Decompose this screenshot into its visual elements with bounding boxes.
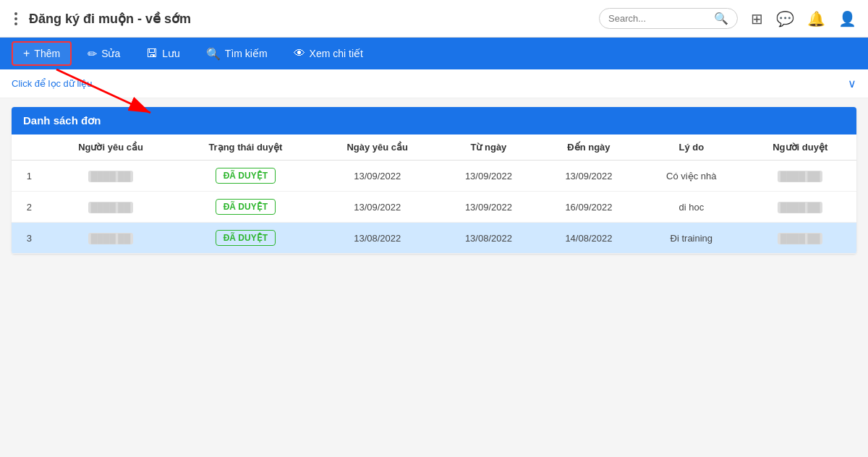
toolbar: + Thêm ✏ Sửa 🖫 Lưu 🔍 Tìm kiếm 👁 Xem chi … xyxy=(0,38,868,69)
table-row[interactable]: 2 ████ ██ ĐÃ DUYỆT 13/09/2022 13/09/2022… xyxy=(12,192,856,223)
add-label: Thêm xyxy=(34,48,60,59)
data-table: Người yêu cầu Trạng thái duyệt Ngày yêu … xyxy=(12,134,856,254)
detail-button[interactable]: 👁 Xem chi tiết xyxy=(284,43,373,64)
search-icon[interactable]: 🔍 xyxy=(714,12,728,25)
table-row[interactable]: 3 ████ ██ ĐÃ DUYỆT 13/08/2022 13/08/2022… xyxy=(12,223,856,254)
cell-from-date: 13/08/2022 xyxy=(438,223,539,254)
edit-button[interactable]: ✏ Sửa xyxy=(77,43,130,65)
cell-reason: Đi training xyxy=(639,223,744,254)
search-btn-icon: 🔍 xyxy=(206,47,221,61)
cell-approver: ████ ██ xyxy=(744,192,856,223)
cell-reason: di hoc xyxy=(639,192,744,223)
top-header: Đăng ký đi muộn - về sớm 🔍 ⊞ 💬 🔔 👤 xyxy=(0,0,868,38)
save-label: Lưu xyxy=(162,48,180,59)
cell-requester: ████ ██ xyxy=(47,223,175,254)
user-icon[interactable]: 👤 xyxy=(838,10,856,27)
table-row[interactable]: 1 ████ ██ ĐÃ DUYỆT 13/09/2022 13/09/2022… xyxy=(12,161,856,192)
cell-requester: ████ ██ xyxy=(47,192,175,223)
cell-num: 2 xyxy=(12,192,47,223)
cell-from-date: 13/09/2022 xyxy=(438,192,539,223)
cell-reason: Có việc nhà xyxy=(639,161,744,192)
cell-num: 3 xyxy=(12,223,47,254)
edit-label: Sửa xyxy=(101,48,120,59)
chat-icon[interactable]: 💬 xyxy=(776,10,794,27)
cell-to-date: 14/08/2022 xyxy=(539,223,639,254)
page-title: Đăng ký đi muộn - về sớm xyxy=(29,11,191,27)
header-right: 🔍 ⊞ 💬 🔔 👤 xyxy=(599,8,856,29)
grid-icon[interactable]: ⊞ xyxy=(751,10,763,27)
cell-approver: ████ ██ xyxy=(744,223,856,254)
bell-icon[interactable]: 🔔 xyxy=(807,10,825,27)
save-icon: 🖫 xyxy=(146,47,158,60)
cell-request-date: 13/09/2022 xyxy=(316,161,438,192)
chevron-down-icon[interactable]: ∨ xyxy=(848,77,856,90)
cell-num: 1 xyxy=(12,161,47,192)
eye-icon: 👁 xyxy=(294,47,305,60)
table-container: Danh sách đơn Người yêu cầu Trạng thái d… xyxy=(12,107,856,254)
header-left: Đăng ký đi muộn - về sớm xyxy=(12,9,599,28)
col-to-date: Đến ngày xyxy=(539,134,639,161)
menu-dots-icon[interactable] xyxy=(12,9,20,28)
edit-icon: ✏ xyxy=(88,47,97,61)
table-section-title: Danh sách đơn xyxy=(12,107,856,134)
plus-icon: + xyxy=(23,47,30,60)
search-button[interactable]: 🔍 Tìm kiếm xyxy=(196,43,278,65)
col-requester: Người yêu cầu xyxy=(47,134,175,161)
cell-to-date: 16/09/2022 xyxy=(539,192,639,223)
filter-row: Click để lọc dữ liệu ∨ xyxy=(0,69,868,98)
main-content: Danh sách đơn Người yêu cầu Trạng thái d… xyxy=(0,98,868,457)
add-button[interactable]: + Thêm xyxy=(12,41,72,66)
cell-approver: ████ ██ xyxy=(744,161,856,192)
col-num xyxy=(12,134,47,161)
col-approver: Người duyệt xyxy=(744,134,856,161)
cell-status: ĐÃ DUYỆT xyxy=(174,223,316,254)
col-from-date: Từ ngày xyxy=(438,134,539,161)
cell-request-date: 13/09/2022 xyxy=(316,192,438,223)
save-button[interactable]: 🖫 Lưu xyxy=(136,43,190,64)
detail-label: Xem chi tiết xyxy=(310,48,363,59)
search-input[interactable] xyxy=(608,13,710,24)
col-status: Trạng thái duyệt xyxy=(174,134,316,161)
cell-requester: ████ ██ xyxy=(47,161,175,192)
col-reason: Lý do xyxy=(639,134,744,161)
cell-from-date: 13/09/2022 xyxy=(438,161,539,192)
table-header-row: Người yêu cầu Trạng thái duyệt Ngày yêu … xyxy=(12,134,856,161)
filter-link[interactable]: Click để lọc dữ liệu xyxy=(12,78,92,89)
cell-request-date: 13/08/2022 xyxy=(316,223,438,254)
cell-status: ĐÃ DUYỆT xyxy=(174,161,316,192)
search-label: Tìm kiếm xyxy=(225,48,268,59)
cell-to-date: 13/09/2022 xyxy=(539,161,639,192)
search-box[interactable]: 🔍 xyxy=(599,8,738,29)
col-request-date: Ngày yêu cầu xyxy=(316,134,438,161)
cell-status: ĐÃ DUYỆT xyxy=(174,192,316,223)
